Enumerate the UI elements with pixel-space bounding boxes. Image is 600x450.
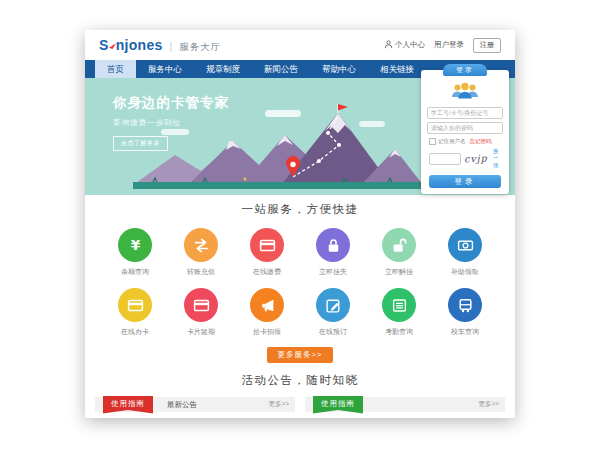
megaphone-icon xyxy=(259,297,276,314)
remember-row: 记住用户名 忘记密码 xyxy=(429,138,501,145)
service-item-online-pay[interactable]: 在线缴费 xyxy=(241,228,293,277)
remember-checkbox[interactable] xyxy=(429,138,436,145)
nav-item-links[interactable]: 相关链接 xyxy=(368,60,426,78)
hero-subtitle: 查询缴费一步到位 xyxy=(113,118,229,128)
service-circle[interactable] xyxy=(448,228,482,262)
service-label: 立即挂失 xyxy=(307,267,359,277)
service-label: 在线预订 xyxy=(307,327,359,337)
tab-latest-news[interactable]: 最新公告 xyxy=(167,400,197,410)
user-login-label: 用户登录 xyxy=(434,40,464,50)
captcha-input[interactable] xyxy=(429,153,461,165)
captcha-refresh-link[interactable]: 换一张 xyxy=(491,148,501,169)
service-label: 在线缴费 xyxy=(241,267,293,277)
person-icon xyxy=(384,40,393,51)
service-circle[interactable] xyxy=(316,288,350,322)
unlock-icon xyxy=(391,237,408,254)
login-submit-button[interactable]: 登录 xyxy=(429,175,501,188)
site-logo[interactable]: S njones | 服务大厅 xyxy=(99,36,221,54)
service-circle[interactable] xyxy=(250,228,284,262)
password-input[interactable] xyxy=(427,122,503,134)
forgot-password-link[interactable]: 忘记密码 xyxy=(470,138,492,145)
captcha-row: cvjp 换一张 xyxy=(429,148,501,169)
register-button[interactable]: 注册 xyxy=(473,38,501,53)
announcement-panel-left: 使用指南 最新公告 更多>> xyxy=(95,397,295,412)
service-item-report-loss[interactable]: 立即挂失 xyxy=(307,228,359,277)
hero-cta-button[interactable]: 点击了解更多 xyxy=(113,136,168,151)
nav-item-service-center[interactable]: 服务中心 xyxy=(136,60,194,78)
login-panel: 登录 记住用户名 忘记密码 cvjp 换一张 登录 xyxy=(421,70,509,194)
svg-text:¥: ¥ xyxy=(130,237,140,253)
service-item-subsidy[interactable]: 补助领取 xyxy=(439,228,491,277)
service-circle[interactable] xyxy=(382,228,416,262)
user-center-link[interactable]: 个人中心 xyxy=(384,40,425,51)
transfer-arrows-icon xyxy=(193,237,210,254)
services-title: 一站服务，方便快捷 xyxy=(85,202,515,217)
service-item-lost-found[interactable]: 拾卡招领 xyxy=(241,288,293,337)
service-circle[interactable] xyxy=(382,288,416,322)
services-row-2: 在线办卡 卡片延期 拾卡招领 在线预订 考勤查询 校车查询 xyxy=(85,288,515,337)
service-label: 余额查询 xyxy=(109,267,161,277)
remember-label: 记住用户名 xyxy=(438,138,466,145)
banknote-icon xyxy=(457,237,474,254)
nav-item-news[interactable]: 新闻公告 xyxy=(252,60,310,78)
more-link[interactable]: 更多>> xyxy=(478,400,505,409)
user-center-label: 个人中心 xyxy=(395,40,425,50)
service-item-cancel-loss[interactable]: 立即解挂 xyxy=(373,228,425,277)
nav-item-rules[interactable]: 规章制度 xyxy=(194,60,252,78)
service-label: 考勤查询 xyxy=(373,327,425,337)
service-label: 校车查询 xyxy=(439,327,491,337)
tab-user-guide[interactable]: 使用指南 xyxy=(103,396,153,414)
service-label: 在线办卡 xyxy=(109,327,161,337)
services-row-1: ¥ 余额查询 转账充值 在线缴费 立即挂失 立即解挂 补助领取 xyxy=(85,228,515,277)
page-container: S njones | 服务大厅 个人中心 用户登录 注册 首页 服务中心 规章制… xyxy=(85,30,515,418)
bus-icon xyxy=(457,297,474,314)
user-login-link[interactable]: 用户登录 xyxy=(434,40,464,50)
username-input[interactable] xyxy=(427,107,503,119)
hero-title: 你身边的卡管专家 xyxy=(113,94,229,112)
service-circle[interactable] xyxy=(184,228,218,262)
edit-icon xyxy=(325,297,342,314)
logo-divider: | xyxy=(170,41,173,52)
service-label: 立即解挂 xyxy=(373,267,425,277)
lock-icon xyxy=(325,237,342,254)
bank-card-icon xyxy=(259,237,276,254)
service-circle[interactable] xyxy=(184,288,218,322)
service-label: 卡片延期 xyxy=(175,327,227,337)
logo-tagline: 服务大厅 xyxy=(179,41,221,54)
service-label: 拾卡招领 xyxy=(241,327,293,337)
list-icon xyxy=(391,297,408,314)
announcement-panel-right: 使用指南 更多>> xyxy=(305,397,505,412)
service-circle[interactable] xyxy=(118,288,152,322)
service-label: 转账充值 xyxy=(175,267,227,277)
tab-user-guide[interactable]: 使用指南 xyxy=(313,396,363,414)
login-tab[interactable]: 登录 xyxy=(443,64,487,76)
service-item-school-bus[interactable]: 校车查询 xyxy=(439,288,491,337)
more-services-button[interactable]: 更多服务>> xyxy=(267,347,334,363)
service-circle[interactable]: ¥ xyxy=(118,228,152,262)
service-circle[interactable] xyxy=(448,288,482,322)
service-circle[interactable] xyxy=(250,288,284,322)
site-header: S njones | 服务大厅 个人中心 用户登录 注册 xyxy=(85,30,515,60)
service-item-online-booking[interactable]: 在线预订 xyxy=(307,288,359,337)
more-link[interactable]: 更多>> xyxy=(268,400,295,409)
service-item-balance[interactable]: ¥ 余额查询 xyxy=(109,228,161,277)
service-item-apply-card[interactable]: 在线办卡 xyxy=(109,288,161,337)
service-item-attendance[interactable]: 考勤查询 xyxy=(373,288,425,337)
services-section: 一站服务，方便快捷 ¥ 余额查询 转账充值 在线缴费 立即挂失 立即解挂 xyxy=(85,195,515,363)
announcement-panels: 使用指南 最新公告 更多>> 使用指南 更多>> xyxy=(85,397,515,412)
bank-card-icon xyxy=(127,297,144,314)
announcements-title: 活动公告，随时知晓 xyxy=(85,373,515,388)
nav-item-help[interactable]: 帮助中心 xyxy=(310,60,368,78)
service-item-transfer[interactable]: 转账充值 xyxy=(175,228,227,277)
captcha-image[interactable]: cvjp xyxy=(464,152,488,164)
hero-copy: 你身边的卡管专家 查询缴费一步到位 点击了解更多 xyxy=(113,94,229,151)
panel-bar: 使用指南 最新公告 更多>> xyxy=(95,397,295,412)
service-item-card-renewal[interactable]: 卡片延期 xyxy=(175,288,227,337)
header-right: 个人中心 用户登录 注册 xyxy=(384,38,501,53)
service-circle[interactable] xyxy=(316,228,350,262)
nav-item-home[interactable]: 首页 xyxy=(95,60,136,78)
panel-bar: 使用指南 更多>> xyxy=(305,397,505,412)
announcements-section: 活动公告，随时知晓 使用指南 最新公告 更多>> 使用指南 更多>> xyxy=(85,373,515,412)
service-label: 补助领取 xyxy=(439,267,491,277)
logo-text-right: njones xyxy=(116,37,163,53)
